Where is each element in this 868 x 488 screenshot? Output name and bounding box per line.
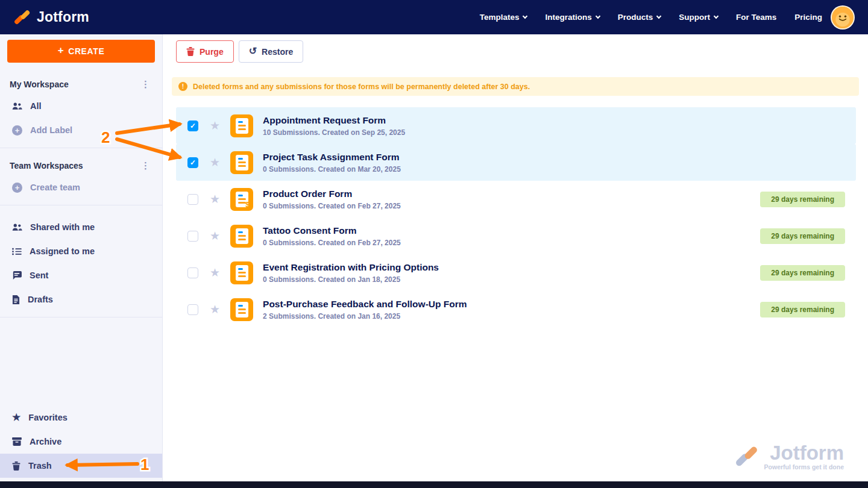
my-workspace-label: My Workspace	[10, 80, 69, 89]
star-icon[interactable]: ★	[210, 230, 220, 242]
team-workspaces-header: Team Workspaces ⋮	[0, 154, 162, 175]
form-row-post-purchase-feedback[interactable]: ★ Post-Purchase Feedback and Follow-Up F…	[176, 291, 856, 328]
form-title[interactable]: Tattoo Consent Form	[263, 225, 401, 236]
days-remaining-badge: 29 days remaining	[760, 265, 845, 281]
my-workspace-header: My Workspace ⋮	[0, 72, 162, 94]
watermark-tagline: Powerful forms get it done	[764, 463, 844, 471]
sidebar-item-all[interactable]: All	[0, 94, 162, 118]
form-meta: 0 Submissions. Created on Jan 18, 2025	[263, 275, 439, 284]
create-button-label: CREATE	[68, 46, 104, 56]
chat-bubble-icon	[12, 271, 22, 280]
row-checkbox[interactable]: ✓	[187, 157, 198, 168]
sidebar-item-drafts[interactable]: Drafts	[0, 287, 162, 311]
star-icon: ★	[12, 413, 20, 422]
main-content: Purge ↺ Restore ! Deleted forms and any …	[163, 34, 868, 481]
form-meta: 0 Submissions. Created on Feb 27, 2025	[263, 239, 401, 247]
row-checkbox[interactable]: ✓	[187, 120, 198, 131]
document-glyph	[236, 155, 248, 170]
sidebar-bottom-group: ★ Favorites Archive Trash	[0, 405, 162, 481]
kebab-menu-icon[interactable]: ⋮	[139, 160, 153, 171]
purge-button[interactable]: Purge	[176, 40, 234, 63]
all-label: All	[30, 101, 42, 111]
favorites-label: Favorites	[28, 413, 67, 422]
star-icon[interactable]: ★	[210, 157, 220, 168]
jotform-logo[interactable]: Jotform	[13, 8, 89, 27]
nav-support[interactable]: Support	[679, 13, 718, 22]
document-icon	[12, 295, 20, 304]
sidebar-item-trash[interactable]: Trash	[0, 454, 162, 478]
chevron-down-icon	[714, 13, 719, 18]
watermark-brand: Jotform	[764, 443, 844, 463]
jotform-watermark-icon	[734, 444, 760, 469]
nav-templates-label: Templates	[480, 13, 520, 22]
chevron-down-icon	[595, 13, 600, 18]
purge-button-label: Purge	[200, 47, 224, 57]
drafts-label: Drafts	[28, 295, 53, 304]
form-title[interactable]: Appointment Request Form	[263, 115, 405, 126]
form-title[interactable]: Event Registration with Pricing Options	[263, 262, 439, 273]
row-checkbox[interactable]	[187, 267, 198, 278]
row-checkbox[interactable]	[187, 304, 198, 315]
restore-icon: ↺	[249, 45, 257, 57]
nav-for-teams-label: For Teams	[736, 13, 776, 22]
form-title[interactable]: Product Order Form	[263, 189, 401, 199]
brand-name: Jotform	[37, 9, 89, 25]
check-icon: ✓	[190, 159, 196, 166]
form-row-project-task-assignment[interactable]: ✓ ★ Project Task Assignment Form 0 Submi…	[176, 144, 856, 181]
sidebar: + CREATE My Workspace ⋮ All + Add Label …	[0, 34, 163, 481]
people-icon	[12, 102, 22, 110]
form-row-event-registration[interactable]: ★ Event Registration with Pricing Option…	[176, 254, 856, 291]
sidebar-divider	[0, 205, 162, 205]
days-remaining-badge: 29 days remaining	[760, 302, 845, 318]
sidebar-divider	[0, 317, 162, 318]
people-icon	[12, 223, 22, 231]
sidebar-item-add-label[interactable]: + Add Label	[0, 118, 162, 142]
trash-warning-banner: ! Deleted forms and any submissions for …	[172, 77, 859, 96]
nav-templates[interactable]: Templates	[480, 13, 527, 22]
payment-form-icon: $	[230, 188, 253, 211]
jotform-trash-page: Jotform Templates Integrations Products …	[0, 0, 868, 488]
sidebar-item-sent[interactable]: Sent	[0, 263, 162, 287]
check-icon: ✓	[190, 122, 196, 130]
sidebar-item-archive[interactable]: Archive	[0, 430, 162, 454]
form-title[interactable]: Post-Purchase Feedback and Follow-Up For…	[263, 299, 467, 310]
bottom-strip	[0, 481, 868, 488]
nav-integrations[interactable]: Integrations	[545, 13, 599, 22]
user-avatar[interactable]	[831, 5, 855, 30]
top-navbar: Jotform Templates Integrations Products …	[0, 0, 868, 34]
add-label-text: Add Label	[30, 125, 72, 135]
form-row-appointment-request[interactable]: ✓ ★ Appointment Request Form 10 Submissi…	[176, 107, 856, 144]
form-icon	[230, 151, 253, 174]
kebab-menu-icon[interactable]: ⋮	[139, 79, 153, 90]
chevron-down-icon	[523, 13, 527, 18]
chevron-down-icon	[656, 13, 661, 18]
trash-toolbar: Purge ↺ Restore	[163, 34, 868, 63]
nav-products[interactable]: Products	[618, 13, 661, 22]
form-row-product-order[interactable]: ★ $ Product Order Form 0 Submissions. Cr…	[176, 181, 856, 217]
form-row-tattoo-consent[interactable]: ★ Tattoo Consent Form 0 Submissions. Cre…	[176, 217, 856, 254]
sidebar-item-assigned-to-me[interactable]: Assigned to me	[0, 239, 162, 263]
star-icon[interactable]: ★	[210, 120, 220, 131]
restore-button[interactable]: ↺ Restore	[239, 40, 304, 63]
row-checkbox[interactable]	[187, 231, 198, 242]
star-icon[interactable]: ★	[210, 304, 220, 315]
star-icon[interactable]: ★	[210, 193, 220, 205]
sidebar-item-create-team[interactable]: + Create team	[0, 175, 162, 199]
row-text: Tattoo Consent Form 0 Submissions. Creat…	[263, 225, 401, 247]
row-text: Post-Purchase Feedback and Follow-Up For…	[263, 299, 467, 321]
sent-label: Sent	[30, 271, 48, 280]
avatar-face-icon	[832, 7, 854, 28]
trash-icon	[186, 47, 195, 56]
nav-support-label: Support	[679, 13, 710, 22]
sidebar-item-favorites[interactable]: ★ Favorites	[0, 405, 162, 430]
days-remaining-badge: 29 days remaining	[760, 192, 845, 207]
form-title[interactable]: Project Task Assignment Form	[263, 152, 401, 163]
create-button[interactable]: + CREATE	[7, 40, 155, 63]
nav-for-teams[interactable]: For Teams	[736, 13, 776, 22]
document-glyph	[236, 228, 248, 244]
watermark-text: Jotform Powerful forms get it done	[764, 443, 844, 471]
nav-pricing[interactable]: Pricing	[794, 13, 822, 22]
row-checkbox[interactable]	[187, 194, 198, 205]
sidebar-item-shared-with-me[interactable]: Shared with me	[0, 215, 162, 239]
star-icon[interactable]: ★	[210, 267, 220, 278]
